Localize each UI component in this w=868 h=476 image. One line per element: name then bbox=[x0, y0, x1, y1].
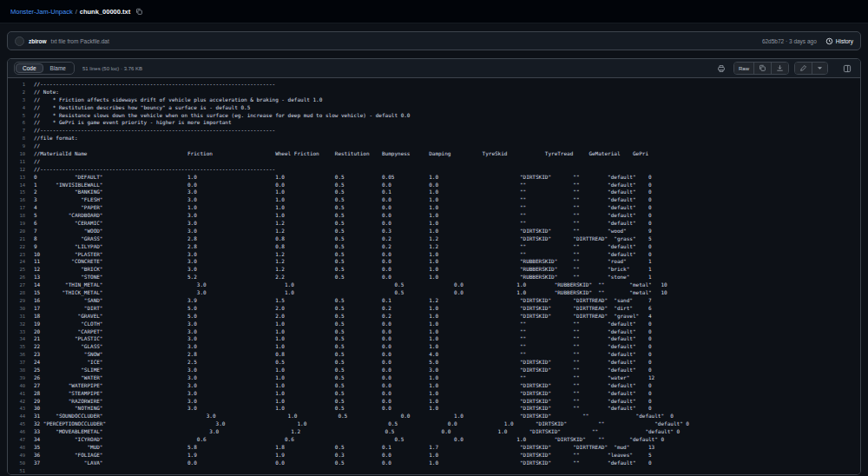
line-number[interactable]: 31 bbox=[8, 313, 34, 321]
copy-raw-button[interactable] bbox=[753, 63, 771, 74]
line-number[interactable]: 11 bbox=[8, 158, 34, 166]
line-number[interactable]: 6 bbox=[8, 119, 34, 127]
line-number[interactable]: 49 bbox=[8, 452, 34, 459]
download-button[interactable] bbox=[771, 63, 788, 74]
code-line-row: 4229 "RAZORWIRE" 3.0 1.0 0.5 0.0 1.0 "DI… bbox=[8, 398, 860, 406]
code-line-row: 3017 "DIRT" 5.0 2.0 0.5 0.2 1.0 "DIRTSKI… bbox=[8, 305, 860, 313]
line-number[interactable]: 14 bbox=[8, 182, 34, 189]
line-number[interactable]: 33 bbox=[8, 328, 34, 336]
code-line-row: 4936 "FOLIAGE" 1.9 1.9 0.3 0.0 1.0 "DIRT… bbox=[8, 452, 860, 459]
line-number[interactable]: 10 bbox=[8, 150, 34, 158]
line-number[interactable]: 4 bbox=[8, 104, 34, 112]
line-number[interactable]: 38 bbox=[8, 367, 34, 374]
chevron-down-icon bbox=[817, 65, 823, 71]
print-button[interactable] bbox=[714, 63, 728, 74]
code-line: 28 "STEAMPIPE" 3.0 1.0 0.5 0.0 1.0 "DIRT… bbox=[34, 390, 652, 398]
code-line: 34 "ICYROAD" 0.6 0.6 0.5 0.0 1.0 "DIRTSK… bbox=[34, 436, 664, 444]
line-number[interactable]: 9 bbox=[8, 142, 34, 150]
code-line-row: 2411 "CONCRETE" 3.0 1.2 0.5 0.0 1.0 "RUB… bbox=[8, 258, 860, 266]
code-line-row: 4// * Restitution describes how "bouncy"… bbox=[8, 104, 860, 112]
line-number[interactable]: 19 bbox=[8, 220, 34, 228]
tab-blame[interactable]: Blame bbox=[43, 63, 73, 73]
tab-code[interactable]: Code bbox=[16, 63, 43, 73]
code-line: 16 "SAND" 3.9 1.5 0.5 0.1 1.2 "DIRTSKID"… bbox=[34, 297, 652, 305]
copy-icon bbox=[759, 64, 766, 72]
raw-button[interactable]: Raw bbox=[734, 63, 753, 74]
line-number[interactable]: 13 bbox=[8, 174, 34, 182]
line-number[interactable]: 42 bbox=[8, 398, 34, 406]
code-line-row: 3219 "CLOTH" 3.0 1.0 0.5 0.0 1.0 "" "" "… bbox=[8, 321, 860, 328]
line-number[interactable]: 21 bbox=[8, 235, 34, 243]
line-number[interactable]: 50 bbox=[8, 459, 34, 467]
code-line: 11 "CONCRETE" 3.0 1.2 0.5 0.0 1.0 "RUBBE… bbox=[34, 258, 652, 266]
symbols-panel-button[interactable] bbox=[840, 63, 854, 74]
line-number[interactable]: 5 bbox=[8, 112, 34, 120]
code-line-row: 4027 "WATERPIPE" 3.0 1.0 0.5 0.0 1.0 "DI… bbox=[8, 382, 860, 390]
code-line-row: 51 bbox=[8, 467, 860, 475]
code-line-row: 1//-------------------------------------… bbox=[8, 81, 860, 89]
line-number[interactable]: 41 bbox=[8, 390, 34, 398]
code-line: 1 "INVISIBLEWALL" 0.0 0.0 0.5 0.0 0.0 ""… bbox=[34, 182, 652, 189]
line-number[interactable]: 44 bbox=[8, 413, 34, 420]
copy-path-button[interactable] bbox=[133, 7, 146, 17]
breadcrumb-separator: / bbox=[76, 8, 77, 16]
line-number[interactable]: 2 bbox=[8, 89, 34, 96]
commit-author[interactable]: zbirow bbox=[29, 38, 47, 44]
code-line: 37 "LAVA" 0.0 0.0 0.5 0.0 1.0 "DIRTSKID"… bbox=[34, 459, 652, 467]
line-number[interactable]: 8 bbox=[8, 135, 34, 142]
line-number[interactable]: 43 bbox=[8, 405, 34, 413]
line-number[interactable]: 23 bbox=[8, 251, 34, 259]
code-line: //--------------------------------------… bbox=[34, 81, 275, 89]
line-number[interactable]: 32 bbox=[8, 321, 34, 328]
line-number[interactable]: 22 bbox=[8, 243, 34, 251]
line-number[interactable]: 25 bbox=[8, 266, 34, 274]
code-line: // * GePri is game event priority - high… bbox=[34, 119, 232, 127]
line-number[interactable]: 12 bbox=[8, 166, 34, 174]
download-icon bbox=[776, 64, 784, 72]
code-line-row: 9// bbox=[8, 142, 860, 150]
line-number[interactable]: 36 bbox=[8, 351, 34, 359]
code-line: 13 "STONE" 5.2 2.2 0.5 0.0 1.0 "RUBBERSK… bbox=[34, 274, 652, 281]
line-number[interactable]: 3 bbox=[8, 96, 34, 104]
code-line-row: 185 "CARDBOARD" 3.0 1.0 0.5 0.0 1.0 "" "… bbox=[8, 212, 860, 220]
line-number[interactable]: 46 bbox=[8, 428, 34, 436]
line-number[interactable]: 37 bbox=[8, 359, 34, 367]
code-line-row: 5// * Resistance slows down the vehicle … bbox=[8, 112, 860, 120]
line-number[interactable]: 24 bbox=[8, 258, 34, 266]
commit-message[interactable]: txt file from Packfile.dat bbox=[51, 38, 109, 44]
line-number[interactable]: 39 bbox=[8, 374, 34, 382]
line-number[interactable]: 20 bbox=[8, 228, 34, 235]
line-number[interactable]: 47 bbox=[8, 436, 34, 444]
line-number[interactable]: 40 bbox=[8, 382, 34, 390]
repo-link[interactable]: Monster-Jam-Unpack bbox=[10, 8, 73, 16]
edit-button[interactable] bbox=[795, 63, 812, 74]
code-line-row: 2310 "PLASTER" 3.0 1.2 0.5 0.0 1.0 "" ""… bbox=[8, 251, 860, 259]
code-line: 31 "SOUNDOCCLUDER" 3.0 1.0 0.5 0.0 1.0 "… bbox=[34, 413, 674, 420]
line-number[interactable]: 18 bbox=[8, 212, 34, 220]
code-line: //--------------------------------------… bbox=[34, 127, 275, 135]
line-number[interactable]: 34 bbox=[8, 335, 34, 343]
line-number[interactable]: 16 bbox=[8, 196, 34, 204]
code-line: 20 "CARPET" 3.0 1.0 0.5 0.0 1.0 "" "" "d… bbox=[34, 328, 652, 336]
line-number[interactable]: 51 bbox=[8, 467, 34, 475]
code-line: 3 "FLESH" 3.0 1.0 0.5 0.0 1.0 "" "" "def… bbox=[34, 196, 652, 204]
line-number[interactable]: 28 bbox=[8, 289, 34, 297]
line-number[interactable]: 15 bbox=[8, 188, 34, 196]
line-number[interactable]: 17 bbox=[8, 204, 34, 212]
history-button[interactable]: History bbox=[825, 37, 853, 45]
line-number[interactable]: 7 bbox=[8, 127, 34, 135]
code-line-row: 4835 "MUD" 5.8 1.8 0.5 0.1 1.7 "DIRTSKID… bbox=[8, 444, 860, 452]
line-number[interactable]: 45 bbox=[8, 420, 34, 428]
code-line: 25 "SLIME" 3.0 1.0 0.5 0.0 3.0 "DIRTSKID… bbox=[34, 367, 652, 374]
line-number[interactable]: 48 bbox=[8, 444, 34, 452]
line-number[interactable]: 35 bbox=[8, 343, 34, 351]
commit-bar: zbirow txt file from Packfile.dat 62d5b7… bbox=[7, 31, 861, 50]
code-line: // * Restitution describes how "bouncy" … bbox=[34, 104, 250, 112]
line-number[interactable]: 30 bbox=[8, 305, 34, 313]
line-number[interactable]: 27 bbox=[8, 281, 34, 289]
line-number[interactable]: 26 bbox=[8, 274, 34, 281]
line-number[interactable]: 29 bbox=[8, 297, 34, 305]
avatar[interactable] bbox=[15, 36, 24, 46]
edit-dropdown-button[interactable] bbox=[812, 63, 827, 74]
line-number[interactable]: 1 bbox=[8, 81, 34, 89]
